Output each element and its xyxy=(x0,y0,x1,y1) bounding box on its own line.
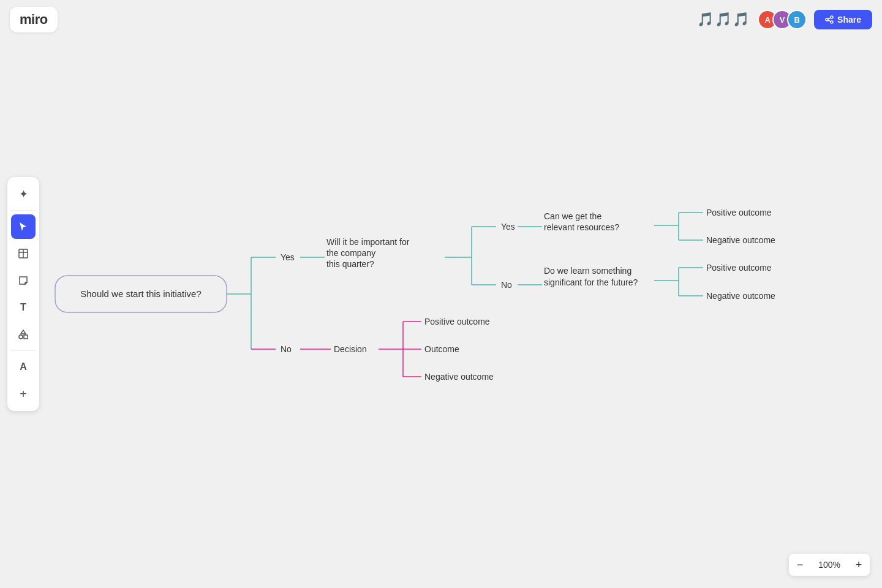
svg-rect-11 xyxy=(55,276,227,312)
q3-line2: significant for the future? xyxy=(544,277,638,287)
q1-line3: this quarter? xyxy=(326,259,374,269)
svg-line-3 xyxy=(828,18,831,19)
toolbar-divider-2 xyxy=(11,350,36,351)
q2-line2: relevant resources? xyxy=(544,222,619,232)
add-tool-button[interactable]: + xyxy=(11,382,36,406)
share-label: Share xyxy=(837,15,861,24)
text-tool-button[interactable]: T xyxy=(11,295,36,320)
no-2nd: No xyxy=(501,280,512,290)
pos-out-1: Positive outcome xyxy=(706,208,772,217)
q1-line1: Will it be important for xyxy=(326,237,410,247)
diagram-canvas: Should we start this initiative? Yes Wil… xyxy=(0,0,882,588)
topbar-right: 🎵🎵🎵 A V B Share xyxy=(697,10,872,29)
sticky-tool-button[interactable] xyxy=(11,268,36,293)
toolbar-divider-1 xyxy=(11,210,36,211)
svg-line-4 xyxy=(828,20,831,21)
logo: miro xyxy=(20,12,48,28)
svg-point-0 xyxy=(831,16,833,18)
avatar-group: A V B xyxy=(758,10,807,29)
outcome-label: Outcome xyxy=(424,344,459,354)
svg-point-2 xyxy=(831,21,833,23)
font-tool-button[interactable]: A xyxy=(11,355,36,379)
pos-out-2: Positive outcome xyxy=(706,263,772,273)
topbar: miro 🎵🎵🎵 A V B Share xyxy=(0,0,882,39)
diagram-svg: Should we start this initiative? Yes Wil… xyxy=(0,0,882,588)
logo-container: miro xyxy=(10,7,58,32)
minus-icon: − xyxy=(797,559,804,571)
cursor-icon xyxy=(18,221,29,232)
root-node-text: Should we start this initiative? xyxy=(80,288,202,299)
yes-2nd: Yes xyxy=(501,222,515,232)
ai-tool-button[interactable]: ✦ xyxy=(11,182,36,206)
ai-icon: ✦ xyxy=(19,187,28,201)
sticky-icon xyxy=(18,275,29,286)
q1-line2: the company xyxy=(326,248,375,258)
zoom-out-button[interactable]: − xyxy=(789,554,811,576)
neg-out-2: Negative outcome xyxy=(706,291,775,301)
table-tool-button[interactable] xyxy=(11,241,36,266)
plus-icon: + xyxy=(856,559,862,571)
select-tool-button[interactable] xyxy=(11,214,36,239)
shapes-tool-button[interactable] xyxy=(11,322,36,347)
decision-label: Decision xyxy=(334,344,367,354)
font-icon: A xyxy=(20,361,27,372)
svg-rect-9 xyxy=(24,335,28,339)
q2-line1: Can we get the xyxy=(544,211,601,221)
zoom-in-button[interactable]: + xyxy=(848,554,870,576)
share-button[interactable]: Share xyxy=(814,10,872,29)
svg-point-1 xyxy=(826,18,828,21)
q3-line1: Do we learn something xyxy=(544,266,631,276)
notification-icons: 🎵🎵🎵 xyxy=(697,12,750,28)
avatar-3: B xyxy=(787,10,807,29)
shapes-icon xyxy=(18,329,29,340)
add-icon: + xyxy=(20,387,27,401)
svg-marker-10 xyxy=(21,330,26,334)
share-icon xyxy=(825,15,834,24)
text-icon: T xyxy=(20,302,26,313)
neg-out-3: Negative outcome xyxy=(424,372,494,382)
zoom-controls: − 100% + xyxy=(789,554,870,576)
svg-point-8 xyxy=(19,335,23,339)
table-icon xyxy=(18,248,29,259)
no-label-root: No xyxy=(281,344,292,354)
pos-out-3: Positive outcome xyxy=(424,317,490,326)
left-toolbar: ✦ T A + xyxy=(7,177,39,411)
yes-label-top: Yes xyxy=(281,252,295,262)
neg-out-1: Negative outcome xyxy=(706,235,775,245)
zoom-level: 100% xyxy=(811,560,848,570)
